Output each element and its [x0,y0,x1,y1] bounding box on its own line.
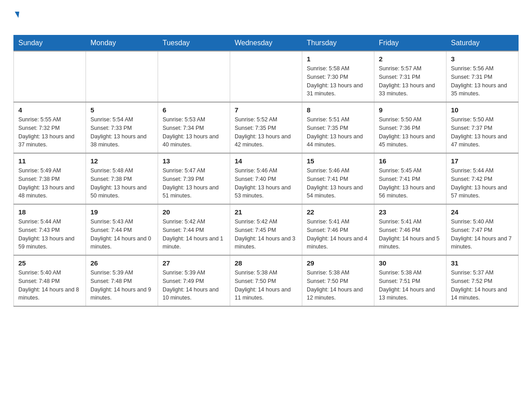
day-info: Sunrise: 5:44 AMSunset: 7:42 PMDaylight:… [451,167,514,200]
day-number: 26 [90,259,153,267]
day-number: 9 [379,106,442,114]
calendar-cell: 9Sunrise: 5:50 AMSunset: 7:36 PMDaylight… [374,102,446,153]
day-info: Sunrise: 5:48 AMSunset: 7:38 PMDaylight:… [90,167,153,200]
calendar-cell: 24Sunrise: 5:40 AMSunset: 7:47 PMDayligh… [446,204,519,255]
calendar-week-row: 18Sunrise: 5:44 AMSunset: 7:43 PMDayligh… [14,204,519,255]
calendar-cell: 20Sunrise: 5:42 AMSunset: 7:44 PMDayligh… [158,204,230,255]
day-number: 4 [18,106,81,114]
day-number: 14 [235,157,297,165]
day-info: Sunrise: 5:42 AMSunset: 7:45 PMDaylight:… [235,218,297,251]
calendar-cell: 17Sunrise: 5:44 AMSunset: 7:42 PMDayligh… [446,153,519,204]
day-number: 11 [18,157,81,165]
day-info: Sunrise: 5:42 AMSunset: 7:44 PMDaylight:… [163,218,225,251]
day-number: 12 [90,157,153,165]
calendar-cell: 29Sunrise: 5:38 AMSunset: 7:50 PMDayligh… [302,255,374,306]
calendar-header-thursday: Thursday [302,35,374,51]
day-info: Sunrise: 5:46 AMSunset: 7:41 PMDaylight:… [307,167,369,200]
calendar-header-tuesday: Tuesday [158,35,230,51]
day-info: Sunrise: 5:41 AMSunset: 7:46 PMDaylight:… [307,218,369,251]
day-info: Sunrise: 5:47 AMSunset: 7:39 PMDaylight:… [163,167,225,200]
day-number: 23 [379,208,442,216]
calendar-cell: 26Sunrise: 5:39 AMSunset: 7:48 PMDayligh… [86,255,158,306]
calendar-cell: 25Sunrise: 5:40 AMSunset: 7:48 PMDayligh… [14,255,86,306]
day-number: 22 [307,208,369,216]
day-info: Sunrise: 5:54 AMSunset: 7:33 PMDaylight:… [90,116,153,149]
day-info: Sunrise: 5:55 AMSunset: 7:32 PMDaylight:… [18,116,81,149]
day-number: 29 [307,259,369,267]
day-info: Sunrise: 5:56 AMSunset: 7:31 PMDaylight:… [451,64,514,98]
calendar-header-saturday: Saturday [446,35,519,51]
day-info: Sunrise: 5:40 AMSunset: 7:48 PMDaylight:… [18,269,81,302]
calendar-cell: 8Sunrise: 5:51 AMSunset: 7:35 PMDaylight… [302,102,374,153]
calendar-header-wednesday: Wednesday [230,35,302,51]
calendar-cell: 3Sunrise: 5:56 AMSunset: 7:31 PMDaylight… [446,51,519,102]
calendar-cell: 14Sunrise: 5:46 AMSunset: 7:40 PMDayligh… [230,153,302,204]
day-info: Sunrise: 5:51 AMSunset: 7:35 PMDaylight:… [307,116,369,149]
calendar-cell: 18Sunrise: 5:44 AMSunset: 7:43 PMDayligh… [14,204,86,255]
calendar-week-row: 11Sunrise: 5:49 AMSunset: 7:38 PMDayligh… [14,153,519,204]
calendar-cell: 11Sunrise: 5:49 AMSunset: 7:38 PMDayligh… [14,153,86,204]
calendar-cell: 22Sunrise: 5:41 AMSunset: 7:46 PMDayligh… [302,204,374,255]
day-number: 21 [235,208,297,216]
day-number: 18 [18,208,81,216]
day-number: 28 [235,259,297,267]
day-info: Sunrise: 5:38 AMSunset: 7:51 PMDaylight:… [379,269,442,302]
calendar-cell: 16Sunrise: 5:45 AMSunset: 7:41 PMDayligh… [374,153,446,204]
logo-triangle-icon [15,12,19,18]
calendar-header-friday: Friday [374,35,446,51]
day-number: 10 [451,106,514,114]
day-number: 19 [90,208,153,216]
calendar-cell [158,51,230,102]
day-info: Sunrise: 5:50 AMSunset: 7:37 PMDaylight:… [451,116,514,149]
calendar-cell: 30Sunrise: 5:38 AMSunset: 7:51 PMDayligh… [374,255,446,306]
day-number: 6 [163,106,225,114]
day-number: 31 [451,259,514,267]
calendar-cell: 7Sunrise: 5:52 AMSunset: 7:35 PMDaylight… [230,102,302,153]
day-number: 2 [379,55,442,63]
calendar-cell: 5Sunrise: 5:54 AMSunset: 7:33 PMDaylight… [86,102,158,153]
calendar-table: SundayMondayTuesdayWednesdayThursdayFrid… [13,35,519,307]
day-info: Sunrise: 5:40 AMSunset: 7:47 PMDaylight:… [451,218,514,251]
day-info: Sunrise: 5:50 AMSunset: 7:36 PMDaylight:… [379,116,442,149]
calendar-cell: 15Sunrise: 5:46 AMSunset: 7:41 PMDayligh… [302,153,374,204]
day-number: 20 [163,208,225,216]
day-number: 7 [235,106,297,114]
day-info: Sunrise: 5:57 AMSunset: 7:31 PMDaylight:… [379,64,442,98]
day-number: 3 [451,55,514,63]
day-info: Sunrise: 5:39 AMSunset: 7:48 PMDaylight:… [90,269,153,302]
day-number: 25 [18,259,81,267]
calendar-cell: 23Sunrise: 5:41 AMSunset: 7:46 PMDayligh… [374,204,446,255]
day-info: Sunrise: 5:53 AMSunset: 7:34 PMDaylight:… [163,116,225,149]
day-info: Sunrise: 5:43 AMSunset: 7:44 PMDaylight:… [90,218,153,251]
day-number: 8 [307,106,369,114]
calendar-header-monday: Monday [86,35,158,51]
day-number: 17 [451,157,514,165]
calendar-cell: 28Sunrise: 5:38 AMSunset: 7:50 PMDayligh… [230,255,302,306]
day-info: Sunrise: 5:37 AMSunset: 7:52 PMDaylight:… [451,269,514,302]
calendar-cell: 27Sunrise: 5:39 AMSunset: 7:49 PMDayligh… [158,255,230,306]
calendar-cell: 13Sunrise: 5:47 AMSunset: 7:39 PMDayligh… [158,153,230,204]
logo [13,9,19,30]
page-header [13,9,519,30]
calendar-week-row: 4Sunrise: 5:55 AMSunset: 7:32 PMDaylight… [14,102,519,153]
day-info: Sunrise: 5:46 AMSunset: 7:40 PMDaylight:… [235,167,297,200]
calendar-cell: 2Sunrise: 5:57 AMSunset: 7:31 PMDaylight… [374,51,446,102]
day-number: 30 [379,259,442,267]
day-number: 27 [163,259,225,267]
calendar-cell: 19Sunrise: 5:43 AMSunset: 7:44 PMDayligh… [86,204,158,255]
calendar-cell: 12Sunrise: 5:48 AMSunset: 7:38 PMDayligh… [86,153,158,204]
day-number: 1 [307,55,369,63]
day-info: Sunrise: 5:38 AMSunset: 7:50 PMDaylight:… [307,269,369,302]
day-number: 24 [451,208,514,216]
calendar-cell: 6Sunrise: 5:53 AMSunset: 7:34 PMDaylight… [158,102,230,153]
calendar-cell: 31Sunrise: 5:37 AMSunset: 7:52 PMDayligh… [446,255,519,306]
calendar-week-row: 1Sunrise: 5:58 AMSunset: 7:30 PMDaylight… [14,51,519,102]
calendar-week-row: 25Sunrise: 5:40 AMSunset: 7:48 PMDayligh… [14,255,519,306]
day-info: Sunrise: 5:41 AMSunset: 7:46 PMDaylight:… [379,218,442,251]
day-number: 15 [307,157,369,165]
day-info: Sunrise: 5:39 AMSunset: 7:49 PMDaylight:… [163,269,225,302]
day-info: Sunrise: 5:38 AMSunset: 7:50 PMDaylight:… [235,269,297,302]
calendar-cell [86,51,158,102]
calendar-cell: 10Sunrise: 5:50 AMSunset: 7:37 PMDayligh… [446,102,519,153]
day-info: Sunrise: 5:52 AMSunset: 7:35 PMDaylight:… [235,116,297,149]
